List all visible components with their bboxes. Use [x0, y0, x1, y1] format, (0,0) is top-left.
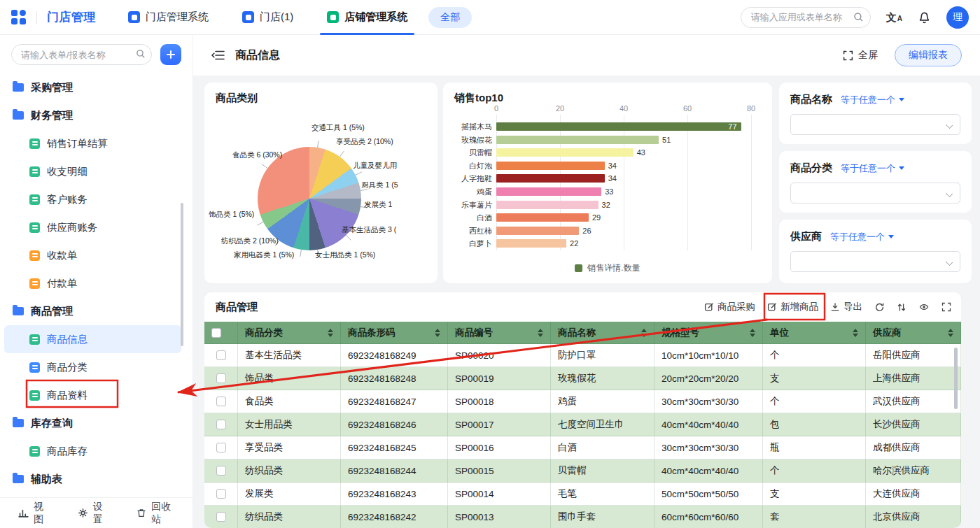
row-checkbox[interactable]	[216, 397, 226, 406]
sort-icon-button[interactable]	[897, 302, 906, 313]
sidebar-item-2[interactable]: 销售订单结算	[0, 129, 192, 157]
collapse-menu-icon[interactable]	[211, 50, 225, 61]
sidebar-item-8[interactable]: 商品管理	[0, 297, 192, 325]
column-header-4[interactable]: 规格型号	[654, 322, 763, 344]
bell-icon[interactable]	[918, 10, 931, 24]
row-checkbox[interactable]	[216, 443, 226, 452]
topbar-tab-1[interactable]: 门店(1)	[242, 0, 293, 35]
table-row-5[interactable]: 纺织品类6923248168244SP00015贝雷帽40cm*40cm*40/…	[204, 459, 961, 483]
table-row-0[interactable]: 基本生活品类6923248168249SP00020防护口罩10cm*10cm*…	[204, 344, 961, 367]
column-header-6[interactable]: 供应商	[866, 322, 961, 344]
column-header-3[interactable]: 商品名称	[551, 322, 654, 344]
table-cell: 包	[763, 413, 866, 436]
chevron-down-icon	[899, 166, 904, 170]
all-filter-pill[interactable]: 全部	[428, 7, 472, 28]
sidebar-bottom-1[interactable]: 设置	[78, 501, 108, 526]
trash-icon	[136, 508, 146, 518]
sort-icon[interactable]	[538, 329, 543, 337]
column-header-label: 商品条形码	[348, 327, 396, 339]
topbar-divider	[36, 11, 37, 24]
table-cell: 岳阳供应商	[866, 344, 961, 367]
app-grid-icon[interactable]	[11, 10, 27, 25]
sort-icon[interactable]	[435, 329, 440, 337]
fullscreen-icon-button[interactable]	[941, 302, 951, 312]
sidebar-scrollbar[interactable]	[181, 203, 183, 346]
sidebar-bottom-2[interactable]: 回收站	[136, 501, 174, 526]
filter-label: 商品分类	[790, 162, 832, 175]
column-header-0[interactable]: 商品分类	[238, 322, 341, 344]
filter-value-select[interactable]	[790, 114, 960, 135]
sort-icon[interactable]	[948, 329, 953, 337]
translate-icon[interactable]: 文A	[886, 12, 902, 22]
sidebar-item-13[interactable]: 商品库存	[0, 437, 192, 465]
topbar-tab-0[interactable]: 门店管理系统	[128, 0, 209, 35]
pie-slice-label: 女士用品类 1 (5%)	[315, 250, 375, 260]
sidebar-item-12[interactable]: 库存查询	[0, 409, 192, 437]
eye-icon-button[interactable]	[918, 302, 930, 312]
filter-operator-dropdown[interactable]: 等于任意一个	[841, 162, 904, 175]
sidebar-item-5[interactable]: 供应商账务	[0, 213, 192, 241]
row-checkbox[interactable]	[216, 373, 226, 383]
table-row-3[interactable]: 女士用品类6923248168246SP00017七度空间卫生巾40cm*40c…	[204, 413, 961, 436]
column-header-5[interactable]: 单位	[763, 322, 866, 344]
sort-icon[interactable]	[328, 329, 333, 337]
row-checkbox[interactable]	[216, 466, 226, 476]
sort-icon[interactable]	[750, 329, 755, 337]
toolbar-button-0[interactable]: 商品采购	[704, 301, 755, 313]
refresh-icon-button[interactable]	[874, 302, 885, 313]
sidebar-item-11[interactable]: 商品资料	[0, 381, 192, 409]
filter-value-select[interactable]	[790, 183, 960, 204]
table-row-2[interactable]: 食品类6923248168247SP00018鸡蛋30cm*30cm*30/30…	[204, 390, 961, 413]
sort-icon[interactable]	[641, 329, 647, 337]
add-form-button[interactable]	[160, 44, 181, 65]
table-scrollbar[interactable]	[954, 348, 958, 409]
avatar[interactable]: 理	[946, 6, 969, 29]
row-checkbox[interactable]	[216, 420, 226, 429]
app-title[interactable]: 门店管理	[47, 9, 96, 25]
sidebar-item-1[interactable]: 财务管理	[0, 101, 192, 129]
sidebar-item-7[interactable]: 付款单	[0, 269, 192, 297]
fullscreen-button[interactable]: 全屏	[843, 49, 878, 62]
table-row-1[interactable]: 饰品类6923248168248SP00019玫瑰假花20cm*20cm*20/…	[204, 367, 961, 390]
global-search	[741, 7, 871, 28]
row-checkbox[interactable]	[216, 489, 226, 499]
sidebar-item-9[interactable]: 商品信息	[4, 325, 181, 353]
form-search-input[interactable]	[11, 44, 152, 65]
row-checkbox[interactable]	[216, 350, 226, 360]
main-header: 商品信息 全屏 编辑报表	[193, 35, 980, 76]
pie-slice-label: 交通工具 1 (5%)	[312, 123, 365, 133]
table-cell: 个	[763, 390, 866, 413]
column-header-1[interactable]: 商品条形码	[341, 322, 448, 344]
sort-icon[interactable]	[853, 329, 858, 337]
table-cell: 6923248168242	[341, 506, 448, 528]
select-all-checkbox[interactable]	[211, 328, 221, 338]
column-header-2[interactable]: 商品编号	[448, 322, 551, 344]
sidebar-item-0[interactable]: 采购管理	[0, 73, 192, 101]
edit-report-button[interactable]: 编辑报表	[895, 44, 962, 66]
table-cell: 6923248168243	[341, 483, 448, 506]
row-checkbox-cell	[204, 367, 238, 390]
sidebar-item-4[interactable]: 客户账务	[0, 185, 192, 213]
filter-operator-dropdown[interactable]: 等于任意一个	[841, 94, 904, 106]
sidebar-bottom-0[interactable]: 视图	[18, 501, 48, 526]
sidebar-item-6[interactable]: 收款单	[0, 241, 192, 269]
filter-value-select[interactable]	[790, 251, 960, 272]
sidebar-item-label: 付款单	[47, 277, 78, 290]
bar-chart-title: 销售top10	[454, 92, 503, 105]
table-row-6[interactable]: 发展类6923248168243SP00014毛笔50cm*50cm*50/50…	[204, 483, 961, 506]
table-row-7[interactable]: 纺织品类6923248168242SP00013围巾手套60cm*60cm*60…	[204, 506, 961, 528]
sidebar-item-14[interactable]: 辅助表	[0, 465, 192, 493]
global-search-input[interactable]	[741, 7, 871, 28]
toolbar-button-1-annotated[interactable]: 新增商品	[767, 301, 818, 313]
table-row-4[interactable]: 享受品类6923248168245SP00016白酒30cm*30cm*30/3…	[204, 436, 961, 459]
table-cell: 6923248168247	[341, 390, 448, 413]
search-icon	[136, 49, 146, 59]
table-cell: 女士用品类	[238, 413, 341, 436]
topbar-tab-2[interactable]: 店铺管理系统	[327, 0, 407, 35]
toolbar-button-2[interactable]: 导出	[830, 301, 862, 313]
row-checkbox[interactable]	[216, 512, 226, 522]
filter-operator-dropdown[interactable]: 等于任意一个	[830, 231, 894, 243]
sidebar-item-10[interactable]: 商品分类	[0, 353, 192, 381]
sidebar-item-3[interactable]: 收支明细	[0, 157, 192, 185]
bar	[496, 122, 741, 131]
